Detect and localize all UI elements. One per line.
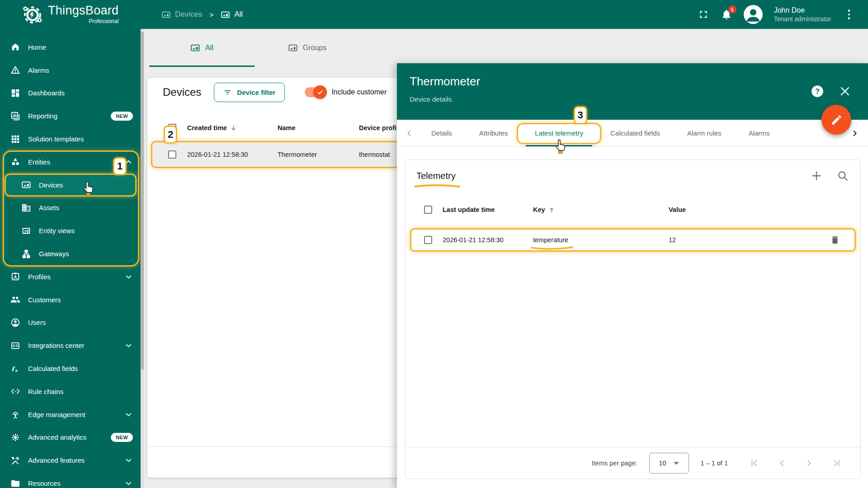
sidebar-item-label: Rule chains — [28, 388, 63, 395]
scrollbar-thumb[interactable] — [141, 32, 144, 370]
sidebar-item-reporting[interactable]: ReportingNEW — [0, 104, 141, 127]
cursor-icon — [82, 180, 95, 196]
telemetry-time: 2026-01-21 12:58:30 — [443, 236, 533, 244]
column-name[interactable]: Name — [278, 124, 359, 131]
sidebar-item-advanced-features[interactable]: Advanced features — [0, 449, 141, 472]
column-key[interactable]: Key — [533, 206, 669, 214]
panel-tab-alarms[interactable]: Alarms — [735, 120, 783, 146]
fullscreen-icon[interactable] — [698, 9, 709, 20]
panel-tab-alarm-rules[interactable]: Alarm rules — [674, 120, 735, 146]
sidebar-item-devices[interactable]: Devices — [5, 174, 137, 197]
panel-title: Thermometer — [410, 75, 854, 89]
panel-tab-label: Calculated fields — [610, 129, 660, 137]
panel-tab-details[interactable]: Details — [418, 120, 466, 146]
sidebar-item-label: Devices — [39, 181, 63, 189]
column-value[interactable]: Value — [669, 206, 836, 213]
sidebar-item-label: Advanced analytics — [28, 433, 86, 441]
select-all-checkbox[interactable] — [424, 206, 432, 214]
sidebar-item-label: Gateways — [39, 250, 69, 258]
sidebar-item-entities[interactable]: Entities — [0, 150, 141, 174]
device-created-time: 2026-01-21 12:58:30 — [187, 151, 278, 158]
panel-tab-calculated-fields[interactable]: Calculated fields — [597, 120, 674, 146]
sidebar-item-users[interactable]: Users — [0, 311, 141, 334]
sidebar-item-label: Users — [28, 319, 46, 326]
sidebar-item-edge-management[interactable]: Edge management — [0, 403, 141, 426]
entities-icon — [10, 156, 21, 167]
search-icon[interactable] — [837, 170, 849, 182]
edit-device-fab[interactable] — [821, 105, 851, 135]
telemetry-row-temperature[interactable]: 2026-01-21 12:58:30 temperature 12 — [410, 228, 856, 252]
sidebar-item-calculated-fields[interactable]: fxCalculated fields — [0, 357, 141, 380]
user-avatar[interactable] — [744, 5, 763, 24]
include-customer-toggle[interactable] — [305, 87, 326, 97]
sidebar-item-customers[interactable]: Customers — [0, 288, 141, 311]
last-page-button[interactable] — [831, 458, 842, 469]
sidebar-item-gateways[interactable]: Gateways — [0, 242, 141, 265]
devices-icon — [221, 10, 230, 19]
tabs-scroll-left-chevron[interactable] — [401, 129, 418, 138]
row-checkbox[interactable] — [424, 236, 432, 244]
new-badge: NEW — [111, 112, 133, 121]
sidebar-item-label: Entities — [28, 158, 50, 166]
pagination-bar: Items per page: 10 1 – 1 of 1 — [406, 447, 860, 479]
close-icon — [840, 86, 850, 97]
sidebar-item-label: Integrations center — [28, 342, 84, 349]
sidebar-item-resources[interactable]: Resources — [0, 472, 141, 488]
thingsboard-logo[interactable]: ThingsBoard Professional — [0, 4, 142, 25]
panel-tab-latest-telemetry[interactable]: Latest telemetry3 — [521, 120, 597, 146]
rule-chains-icon — [10, 386, 21, 397]
device-filter-button[interactable]: Device filter — [214, 83, 285, 102]
select-all-checkbox[interactable] — [168, 124, 176, 132]
sidebar-item-entity-views[interactable]: Entity views — [0, 219, 141, 242]
tabs-scroll-right-chevron[interactable] — [846, 129, 863, 138]
breadcrumb-devices[interactable]: Devices — [161, 10, 202, 19]
chevron-down-icon — [124, 272, 133, 281]
sidebar-item-rule-chains[interactable]: Rule chains — [0, 380, 141, 403]
items-per-page-select[interactable]: 10 — [649, 453, 689, 474]
panel-tab-label: Alarms — [749, 129, 770, 137]
help-button[interactable]: ? — [811, 85, 824, 98]
sidebar-item-assets[interactable]: Assets — [0, 197, 141, 220]
tab-all[interactable]: All — [149, 29, 255, 67]
notifications-button[interactable]: 1 — [721, 9, 732, 20]
close-button[interactable] — [840, 86, 850, 97]
sidebar-item-label: Assets — [39, 204, 59, 211]
sidebar-item-advanced-analytics[interactable]: Advanced analyticsNEW — [0, 426, 141, 449]
panel-tab-attributes[interactable]: Attributes — [466, 120, 521, 146]
chevron-up-icon — [124, 158, 133, 166]
add-telemetry-icon[interactable] — [811, 170, 822, 182]
sidebar-item-profiles[interactable]: Profiles — [0, 265, 141, 288]
tab-groups[interactable]: Groups — [255, 29, 360, 67]
alarms-icon — [10, 65, 21, 75]
breadcrumb-all[interactable]: All — [221, 10, 243, 19]
sidebar-item-home[interactable]: Home — [0, 36, 141, 59]
first-page-button[interactable] — [749, 458, 760, 469]
profiles-icon — [10, 271, 21, 282]
sidebar-item-dashboards[interactable]: Dashboards — [0, 82, 141, 105]
sidebar-item-integrations-center[interactable]: Integrations center — [0, 334, 141, 357]
kebab-menu-icon[interactable] — [845, 8, 853, 21]
logo-subtitle: Professional — [89, 18, 118, 24]
entity-tabs: All Groups — [149, 29, 360, 67]
sidebar-item-label: Edge management — [28, 411, 85, 418]
column-last-update-time[interactable]: Last update time — [443, 206, 533, 213]
column-created-time[interactable]: Created time — [187, 124, 278, 132]
row-checkbox[interactable] — [168, 150, 176, 159]
assets-icon — [21, 202, 32, 213]
resources-icon — [10, 478, 21, 488]
devices-icon — [21, 179, 32, 190]
previous-page-button[interactable] — [776, 458, 787, 469]
sidebar-item-label: Profiles — [28, 273, 51, 281]
sidebar-item-solution-templates[interactable]: Solution templates — [0, 127, 141, 150]
svg-text:?: ? — [815, 87, 820, 95]
sidebar-item-alarms[interactable]: Alarms — [0, 59, 141, 82]
breadcrumb: Devices>All — [161, 10, 243, 19]
next-page-button[interactable] — [804, 458, 815, 469]
sidebar: HomeAlarmsDashboardsReportingNEWSolution… — [0, 29, 141, 488]
filter-icon — [223, 88, 232, 97]
delete-telemetry-button[interactable] — [830, 235, 854, 245]
sidebar-item-label: Solution templates — [28, 135, 84, 143]
notification-count-badge: 1 — [728, 5, 736, 14]
device-details-panel: Thermometer Device details ? DetailsAttr… — [397, 63, 868, 488]
user-info[interactable]: John Doe Tenant administrator — [774, 5, 831, 23]
